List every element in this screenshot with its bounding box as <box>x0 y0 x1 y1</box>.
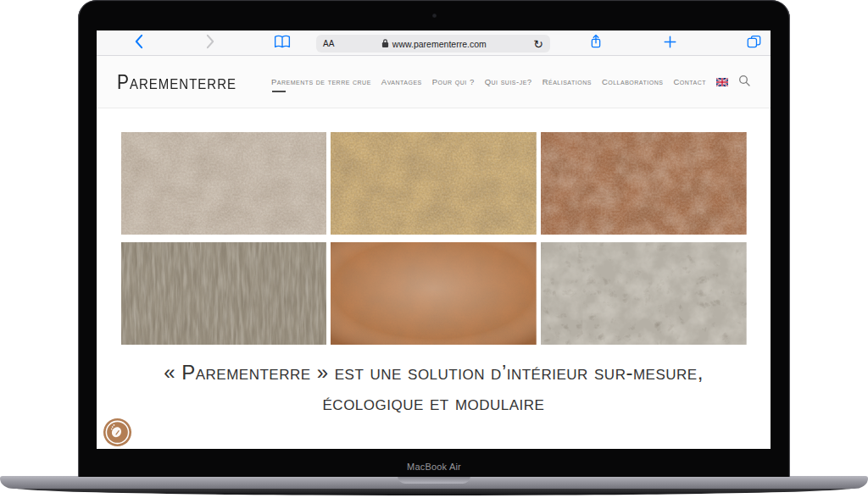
nav-item-avantages[interactable]: Avantages <box>381 77 422 86</box>
reload-icon[interactable]: ↻ <box>533 38 543 50</box>
back-button[interactable] <box>129 30 147 56</box>
url-text: www.parementerre.com <box>392 39 487 49</box>
nav-item-realisations[interactable]: Réalisations <box>542 77 592 86</box>
tabs-button[interactable] <box>744 30 763 56</box>
texture-tile-straw-fibre-clay[interactable] <box>121 242 327 345</box>
laptop-base-notch <box>398 476 470 484</box>
reading-list-button[interactable] <box>273 30 292 56</box>
laptop-lid: AA www.parementerre.com ↻ <box>78 0 790 477</box>
reader-mode-button[interactable]: AA <box>323 39 334 48</box>
device-label: MacBook Air <box>78 462 790 472</box>
texture-tile-orange-terracotta[interactable] <box>331 242 537 345</box>
new-tab-button[interactable] <box>660 30 679 56</box>
share-button[interactable] <box>587 30 605 56</box>
webcam-dot <box>432 14 437 18</box>
browser-toolbar: AA www.parementerre.com ↻ <box>97 30 771 56</box>
search-icon <box>738 75 750 90</box>
texture-tile-sandy-ochre[interactable] <box>331 132 537 235</box>
chevron-right-icon <box>206 34 215 53</box>
texture-gallery <box>121 132 747 345</box>
forward-button[interactable] <box>201 30 220 56</box>
nav-item-collaborations[interactable]: Collaborations <box>602 77 663 86</box>
nav-item-parements-de-terre-crue[interactable]: Parements de terre crue <box>271 77 371 86</box>
padlock-icon <box>381 38 389 50</box>
address-bar[interactable]: AA www.parementerre.com ↻ <box>316 35 550 53</box>
texture-tile-beige-clay[interactable] <box>121 132 327 235</box>
texture-tile-cracked-grey-clay[interactable] <box>541 242 747 345</box>
tagline-heading: « Parementerre » est une solution d’inté… <box>127 357 741 418</box>
nav-item-qui-suis-je[interactable]: Qui suis-je? <box>485 77 532 86</box>
search-button[interactable] <box>738 75 750 90</box>
open-book-icon <box>274 35 291 53</box>
union-jack-flag-icon <box>716 75 728 90</box>
language-switch-english[interactable] <box>716 75 728 90</box>
tabs-icon <box>747 35 761 52</box>
main-nav: Parements de terre crue Avantages Pour q… <box>271 75 750 90</box>
site-header: Parementerre Parements de terre crue Ava… <box>97 56 771 108</box>
share-icon <box>590 34 602 53</box>
chevron-left-icon <box>134 34 143 53</box>
page-content: « Parementerre » est une solution d’inté… <box>97 108 771 449</box>
nav-item-pour-qui[interactable]: Pour qui ? <box>432 77 475 86</box>
browser-window: AA www.parementerre.com ↻ <box>97 30 771 449</box>
texture-tile-speckled-terracotta[interactable] <box>541 132 747 235</box>
site-logo[interactable]: Parementerre <box>117 70 236 93</box>
plus-icon <box>664 36 676 52</box>
site-badge-logo[interactable] <box>103 418 132 447</box>
nav-item-contact[interactable]: Contact <box>673 77 706 86</box>
